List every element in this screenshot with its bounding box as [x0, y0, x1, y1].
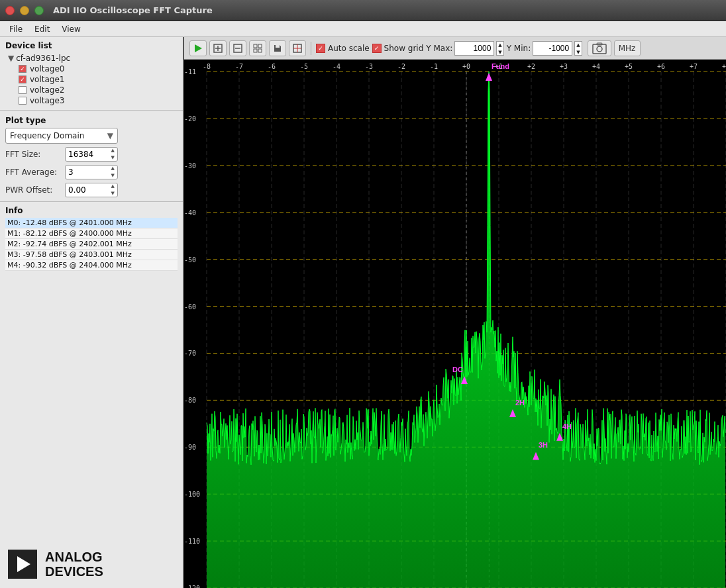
tree-arrow-icon: ▼: [8, 54, 14, 63]
y-max-up-icon[interactable]: ▲: [497, 42, 503, 49]
y-min-up-icon[interactable]: ▲: [575, 42, 581, 49]
y-max-label: Y Max:: [426, 44, 452, 53]
voltage2-checkbox[interactable]: [19, 86, 26, 94]
show-grid-check[interactable]: ✓ Show grid: [372, 44, 424, 53]
y-min-input[interactable]: [533, 41, 572, 56]
auto-scale-checkbox-icon[interactable]: ✓: [316, 44, 325, 53]
menu-view[interactable]: View: [56, 23, 85, 35]
fft-avg-label: FFT Average:: [5, 168, 65, 177]
voltage1-checkbox[interactable]: ✓: [19, 75, 26, 83]
fft-avg-input[interactable]: 3 ▲ ▼: [65, 165, 118, 179]
voltage3-label: voltage3: [30, 96, 64, 105]
logo-triangle-icon: [17, 556, 30, 572]
fft-canvas[interactable]: [184, 60, 726, 588]
channel-voltage1[interactable]: ✓ voltage1: [5, 74, 178, 85]
svg-rect-7: [258, 44, 262, 48]
close-button[interactable]: [5, 6, 15, 15]
y-max-down-icon[interactable]: ▼: [497, 49, 503, 56]
menu-edit[interactable]: Edit: [29, 23, 55, 35]
y-min-down-icon[interactable]: ▼: [575, 49, 581, 56]
fft-size-label: FFT Size:: [5, 150, 65, 159]
auto-scale-check[interactable]: ✓ Auto scale: [316, 44, 370, 53]
minimize-button[interactable]: [20, 6, 29, 15]
pwr-offset-up-icon[interactable]: ▲: [111, 183, 115, 190]
svg-marker-0: [195, 44, 202, 52]
fft-avg-value: 3: [68, 168, 74, 177]
device-name: cf-ad9361-lpc: [16, 54, 70, 63]
show-grid-checkbox-icon[interactable]: ✓: [372, 44, 382, 53]
save-button[interactable]: [269, 40, 286, 56]
unit-button[interactable]: MHz: [614, 40, 641, 56]
pwr-offset-spinner[interactable]: ▲ ▼: [111, 183, 115, 197]
play-button[interactable]: [189, 40, 207, 56]
info-item-4: M4: -90.32 dBFS @ 2404.000 MHz: [5, 260, 178, 271]
y-max-group: Y Max: ▲ ▼: [426, 41, 503, 56]
voltage3-checkbox[interactable]: [19, 97, 26, 105]
voltage2-label: voltage2: [30, 85, 64, 95]
fft-size-input[interactable]: 16384 ▲ ▼: [65, 147, 118, 162]
fft-size-row: FFT Size: 16384 ▲ ▼: [5, 147, 178, 162]
device-tree-item[interactable]: ▼ cf-ad9361-lpc: [5, 53, 178, 64]
info-item-0: M0: -12.48 dBFS @ 2401.000 MHz: [5, 218, 178, 228]
fft-size-up-icon[interactable]: ▲: [111, 147, 115, 154]
dropdown-arrow-icon: ▼: [107, 131, 113, 140]
pwr-offset-down-icon[interactable]: ▼: [111, 190, 115, 197]
plot-container: [184, 60, 726, 588]
screenshot-button[interactable]: [588, 40, 611, 56]
plot-type-value: Frequency Domain: [10, 131, 84, 140]
auto-scale-label: Auto scale: [328, 44, 370, 53]
info-item-2: M2: -92.74 dBFS @ 2402.001 MHz: [5, 239, 178, 250]
voltage1-label: voltage1: [30, 75, 64, 84]
menu-file[interactable]: File: [4, 23, 28, 35]
menubar: File Edit View: [0, 21, 726, 37]
y-min-group: Y Min: ▲ ▼: [507, 41, 582, 56]
info-item-3: M3: -97.58 dBFS @ 2403.001 MHz: [5, 250, 178, 260]
pwr-offset-input[interactable]: 0.00 ▲ ▼: [65, 183, 118, 197]
plot-type-dropdown[interactable]: Frequency Domain ▼: [5, 128, 118, 144]
y-max-spinner[interactable]: ▲ ▼: [496, 41, 503, 56]
fft-avg-down-icon[interactable]: ▼: [111, 172, 115, 179]
channel-voltage0[interactable]: ✓ voltage0: [5, 64, 178, 74]
fft-avg-spinner[interactable]: ▲ ▼: [111, 165, 115, 179]
fft-avg-row: FFT Average: 3 ▲ ▼: [5, 165, 178, 179]
chart-area: ✓ Auto scale ✓ Show grid Y Max: ▲ ▼ Y Mi…: [184, 37, 726, 588]
svg-rect-8: [254, 49, 257, 52]
fft-size-down-icon[interactable]: ▼: [111, 154, 115, 162]
titlebar: ADI IIO Oscilloscope FFT Capture: [0, 0, 726, 21]
voltage0-checkbox[interactable]: ✓: [19, 65, 26, 73]
logo-icon: [8, 550, 37, 579]
fullscreen-button[interactable]: [289, 40, 306, 56]
show-grid-label: Show grid: [384, 44, 424, 53]
add-plot-button[interactable]: [209, 40, 227, 56]
left-panel: Device list ▼ cf-ad9361-lpc ✓ voltage0 ✓…: [0, 37, 184, 588]
channel-voltage2[interactable]: voltage2: [5, 85, 178, 95]
screenshot-icon[interactable]: [588, 40, 611, 56]
info-section: Info M0: -12.48 dBFS @ 2401.000 MHz M1: …: [0, 202, 183, 540]
svg-rect-9: [258, 49, 262, 52]
maximize-button[interactable]: [34, 6, 44, 15]
toolbar-separator: [311, 42, 311, 55]
fft-avg-up-icon[interactable]: ▲: [111, 165, 115, 172]
window-title: ADI IIO Oscilloscope FFT Capture: [53, 5, 213, 15]
y-min-spinner[interactable]: ▲ ▼: [574, 41, 582, 56]
unit-label: MHz: [619, 44, 636, 53]
device-list-title: Device list: [5, 41, 178, 50]
logo-area: ANALOG DEVICES: [0, 540, 183, 588]
remove-plot-button[interactable]: [229, 40, 246, 56]
pwr-offset-value: 0.00: [68, 185, 86, 195]
info-title: Info: [5, 206, 178, 215]
fft-size-value: 16384: [68, 150, 93, 159]
pwr-offset-row: PWR Offset: 0.00 ▲ ▼: [5, 183, 178, 197]
device-list-section: Device list ▼ cf-ad9361-lpc ✓ voltage0 ✓…: [0, 37, 183, 111]
svg-point-14: [597, 46, 602, 52]
fft-size-spinner[interactable]: ▲ ▼: [111, 147, 115, 162]
toolbar: ✓ Auto scale ✓ Show grid Y Max: ▲ ▼ Y Mi…: [184, 37, 726, 60]
pwr-offset-label: PWR Offset:: [5, 185, 65, 195]
y-max-input[interactable]: [454, 41, 494, 56]
svg-rect-13: [593, 44, 606, 54]
grid-button[interactable]: [249, 40, 266, 56]
channel-voltage3[interactable]: voltage3: [5, 95, 178, 106]
svg-rect-6: [254, 44, 257, 48]
voltage0-label: voltage0: [30, 64, 64, 74]
logo-text: ANALOG DEVICES: [45, 550, 103, 579]
